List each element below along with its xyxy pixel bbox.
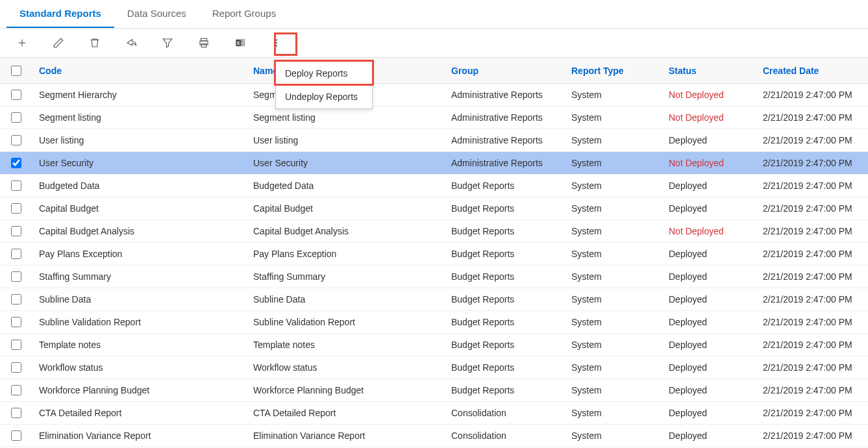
row-status: Not Deployed: [662, 112, 756, 123]
table-row[interactable]: Pay Plans Exception Pay Plans Exception …: [0, 243, 868, 266]
row-checkbox[interactable]: [11, 317, 21, 327]
row-checkbox[interactable]: [11, 408, 21, 418]
row-checkbox[interactable]: [11, 271, 21, 282]
row-group: Consolidation: [445, 430, 565, 441]
row-date: 2/21/2019 2:47:00 PM: [756, 340, 868, 350]
tab-report-groups[interactable]: Report Groups: [199, 0, 289, 28]
row-type: System: [565, 203, 662, 214]
row-checkbox[interactable]: [11, 226, 21, 236]
edit-button[interactable]: [51, 35, 66, 51]
row-group: Budget Reports: [445, 362, 565, 373]
row-status: Deployed: [662, 430, 756, 441]
print-icon: [198, 37, 210, 49]
row-type: System: [565, 385, 662, 395]
row-status: Deployed: [662, 385, 756, 395]
row-checkbox[interactable]: [11, 294, 21, 305]
row-code: Segment Hierarchy: [32, 90, 247, 100]
row-status: Not Deployed: [662, 90, 756, 100]
table-row[interactable]: Template notes Template notes Budget Rep…: [0, 334, 868, 356]
print-button[interactable]: [196, 35, 212, 51]
table-row[interactable]: Workflow status Workflow status Budget R…: [0, 356, 868, 379]
row-checkbox[interactable]: [11, 135, 21, 145]
row-checkbox[interactable]: [11, 180, 21, 191]
row-group: Budget Reports: [445, 180, 565, 191]
table-row[interactable]: Staffing Summary Staffing Summary Budget…: [0, 266, 868, 288]
header-group[interactable]: Group: [445, 66, 565, 76]
row-date: 2/21/2019 2:47:00 PM: [756, 226, 868, 236]
table-row[interactable]: Subline Data Subline Data Budget Reports…: [0, 288, 868, 311]
row-checkbox[interactable]: [11, 385, 21, 395]
row-checkbox[interactable]: [11, 158, 21, 168]
row-name: Budgeted Data: [247, 180, 445, 191]
row-type: System: [565, 135, 662, 145]
row-type: System: [565, 408, 662, 418]
row-code: Staffing Summary: [32, 271, 247, 282]
dropdown-undeploy-reports[interactable]: Undeploy Reports: [276, 85, 372, 108]
row-checkbox-cell: [0, 158, 32, 168]
row-date: 2/21/2019 2:47:00 PM: [756, 249, 868, 259]
table-row[interactable]: User Security User Security Administrati…: [0, 152, 868, 175]
row-code: User Security: [32, 158, 247, 168]
header-code[interactable]: Code: [32, 66, 247, 76]
filter-button[interactable]: [160, 35, 175, 51]
toolbar: X: [0, 29, 868, 57]
row-checkbox-cell: [0, 430, 32, 441]
table-row[interactable]: CTA Detailed Report CTA Detailed Report …: [0, 402, 868, 425]
row-checkbox[interactable]: [11, 362, 21, 373]
row-date: 2/21/2019 2:47:00 PM: [756, 430, 868, 441]
excel-button[interactable]: X: [232, 35, 248, 51]
tab-standard-reports[interactable]: Standard Reports: [6, 0, 114, 28]
row-group: Budget Reports: [445, 385, 565, 395]
delete-button[interactable]: [87, 35, 103, 51]
row-type: System: [565, 430, 662, 441]
row-name: User Security: [247, 158, 445, 168]
row-group: Budget Reports: [445, 249, 565, 259]
table-row[interactable]: Segment Hierarchy Segment Hierarchy Admi…: [0, 84, 868, 106]
row-type: System: [565, 112, 662, 123]
row-checkbox-cell: [0, 90, 32, 100]
row-checkbox-cell: [0, 385, 32, 395]
row-date: 2/21/2019 2:47:00 PM: [756, 203, 868, 214]
dropdown-deploy-reports[interactable]: Deploy Reports: [276, 62, 372, 85]
share-button[interactable]: [123, 35, 139, 51]
row-type: System: [565, 249, 662, 259]
table-row[interactable]: Capital Budget Analysis Capital Budget A…: [0, 220, 868, 243]
table-row[interactable]: Subline Validation Report Subline Valida…: [0, 311, 868, 334]
plus-icon: [16, 37, 28, 49]
select-all-checkbox[interactable]: [11, 66, 21, 76]
row-date: 2/21/2019 2:47:00 PM: [756, 385, 868, 395]
row-checkbox[interactable]: [11, 90, 21, 100]
row-checkbox[interactable]: [11, 430, 21, 441]
row-code: Budgeted Data: [32, 180, 247, 191]
row-checkbox[interactable]: [11, 203, 21, 214]
row-checkbox[interactable]: [11, 249, 21, 259]
row-date: 2/21/2019 2:47:00 PM: [756, 317, 868, 327]
row-name: Segment listing: [247, 112, 445, 123]
row-status: Deployed: [662, 271, 756, 282]
header-checkbox-cell: [0, 66, 32, 76]
row-type: System: [565, 271, 662, 282]
row-checkbox-cell: [0, 408, 32, 418]
header-status[interactable]: Status: [662, 66, 756, 76]
row-checkbox-cell: [0, 203, 32, 214]
svg-rect-4: [201, 44, 206, 47]
row-checkbox[interactable]: [11, 340, 21, 350]
filter-icon: [162, 37, 173, 49]
row-checkbox[interactable]: [11, 112, 21, 123]
more-button[interactable]: [269, 35, 284, 51]
table-row[interactable]: Segment listing Segment listing Administ…: [0, 106, 868, 129]
header-type[interactable]: Report Type: [565, 66, 662, 76]
add-button[interactable]: [14, 35, 30, 51]
row-status: Deployed: [662, 294, 756, 305]
header-date[interactable]: Created Date: [756, 66, 868, 76]
row-status: Deployed: [662, 340, 756, 350]
table-row[interactable]: Elimination Variance Report Elimination …: [0, 425, 868, 447]
row-group: Budget Reports: [445, 317, 565, 327]
tab-data-sources[interactable]: Data Sources: [114, 0, 199, 28]
table-row[interactable]: Budgeted Data Budgeted Data Budget Repor…: [0, 175, 868, 197]
row-code: Workflow status: [32, 362, 247, 373]
table-row[interactable]: Capital Budget Capital Budget Budget Rep…: [0, 197, 868, 220]
table-row[interactable]: User listing User listing Administrative…: [0, 129, 868, 152]
row-group: Administrative Reports: [445, 90, 565, 100]
table-row[interactable]: Workforce Planning Budget Workforce Plan…: [0, 379, 868, 402]
